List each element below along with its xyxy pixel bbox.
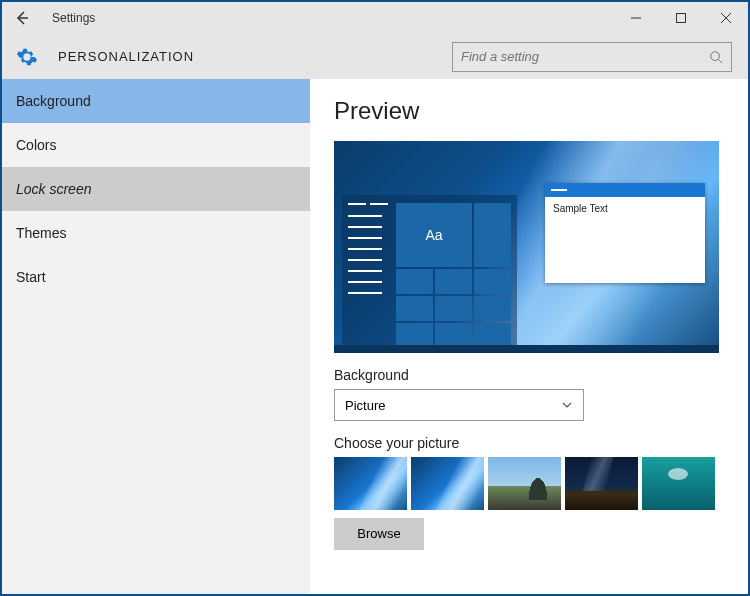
svg-rect-0: [676, 14, 685, 23]
chevron-down-icon: [561, 399, 573, 411]
search-input[interactable]: [461, 49, 709, 64]
sidebar-item-lock-screen[interactable]: Lock screen: [2, 167, 310, 211]
preview-start-menu: Aa: [342, 195, 517, 345]
back-arrow-icon: [14, 10, 30, 26]
picture-thumb-2[interactable]: [411, 457, 484, 510]
sidebar-item-label: Themes: [16, 225, 67, 241]
preview-sample-window: Sample Text: [545, 183, 705, 283]
picture-thumb-3[interactable]: [488, 457, 561, 510]
minimize-icon: [631, 13, 641, 23]
sidebar-item-start[interactable]: Start: [2, 255, 310, 299]
search-icon: [709, 50, 723, 64]
picture-thumb-4[interactable]: [565, 457, 638, 510]
title-bar: Settings: [2, 2, 748, 34]
preview-heading: Preview: [334, 97, 736, 125]
browse-button[interactable]: Browse: [334, 518, 424, 550]
picture-thumbnails: [334, 457, 736, 510]
preview-sample-text: Sample Text: [545, 197, 705, 220]
sidebar-item-label: Start: [16, 269, 46, 285]
header-row: PERSONALIZATION: [2, 34, 748, 79]
gear-icon: [16, 46, 38, 68]
maximize-icon: [676, 13, 686, 23]
sidebar-item-background[interactable]: Background: [2, 79, 310, 123]
sidebar-item-label: Colors: [16, 137, 56, 153]
sidebar: Background Colors Lock screen Themes Sta…: [2, 79, 310, 594]
background-label: Background: [334, 367, 736, 383]
choose-picture-label: Choose your picture: [334, 435, 736, 451]
background-dropdown-value: Picture: [345, 398, 385, 413]
window-title: Settings: [52, 11, 95, 25]
maximize-button[interactable]: [658, 2, 703, 34]
preview-tile-text: Aa: [396, 203, 472, 267]
background-dropdown[interactable]: Picture: [334, 389, 584, 421]
sidebar-item-colors[interactable]: Colors: [2, 123, 310, 167]
desktop-preview: Aa Sample Text: [334, 141, 719, 353]
sidebar-item-label: Lock screen: [16, 181, 91, 197]
main-content: Preview Aa Samp: [310, 79, 748, 594]
picture-thumb-1[interactable]: [334, 457, 407, 510]
picture-thumb-5[interactable]: [642, 457, 715, 510]
sidebar-item-label: Background: [16, 93, 91, 109]
close-button[interactable]: [703, 2, 748, 34]
svg-point-1: [711, 51, 720, 60]
sidebar-item-themes[interactable]: Themes: [2, 211, 310, 255]
search-box[interactable]: [452, 42, 732, 72]
section-title: PERSONALIZATION: [58, 49, 194, 64]
close-icon: [721, 13, 731, 23]
back-button[interactable]: [2, 2, 42, 34]
minimize-button[interactable]: [613, 2, 658, 34]
